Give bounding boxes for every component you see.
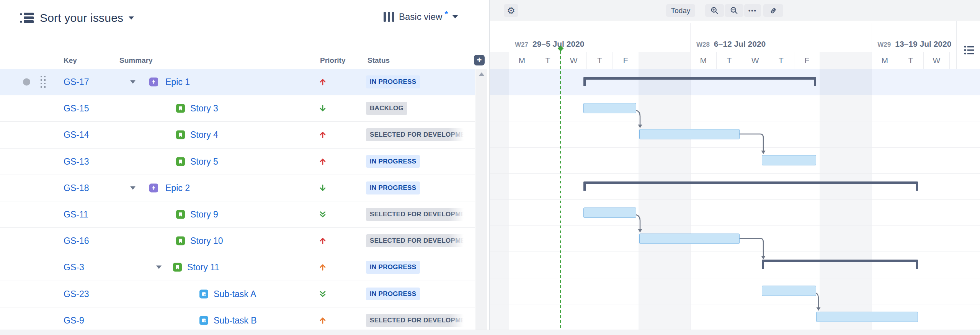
table-scrollbar[interactable] xyxy=(475,69,487,330)
issue-key-link[interactable]: GS-14 xyxy=(64,130,89,140)
issue-summary-link[interactable]: Epic 1 xyxy=(165,77,190,87)
priority-high-icon xyxy=(318,237,327,245)
row-separator xyxy=(490,304,980,304)
gantt-bar[interactable] xyxy=(762,286,816,296)
table-row[interactable]: GS-15Story 3 BACKLOG xyxy=(0,95,475,122)
issue-key-link[interactable]: GS-3 xyxy=(64,262,84,273)
issue-key-link[interactable]: GS-18 xyxy=(64,183,89,193)
status-cell[interactable]: IN PROGRESS xyxy=(366,155,466,168)
table-title-dropdown[interactable]: Sort your issues xyxy=(19,7,134,29)
roadmap-app: Sort your issues Basic view * Key Summar… xyxy=(0,0,980,335)
issues-table-panel: Sort your issues Basic view * Key Summar… xyxy=(0,0,475,330)
column-header-key[interactable]: Key xyxy=(64,56,77,65)
view-switcher-dropdown[interactable]: Basic view * xyxy=(384,11,458,22)
issue-key-link[interactable]: GS-17 xyxy=(64,77,89,87)
today-marker-diamond xyxy=(557,46,564,52)
gantt-bar[interactable] xyxy=(639,234,740,244)
drag-handle-icon[interactable] xyxy=(41,76,46,88)
row-separator xyxy=(490,173,980,174)
issue-summary-link[interactable]: Story 11 xyxy=(187,262,219,273)
gantt-chart-area xyxy=(490,0,980,330)
table-row[interactable]: GS-14Story 4 SELECTED FOR DEVELOPMENT xyxy=(0,122,475,148)
row-separator xyxy=(490,95,980,95)
issue-summary-link[interactable]: Story 9 xyxy=(190,209,218,220)
panel-divider[interactable] xyxy=(489,0,490,335)
priority-medium-icon xyxy=(318,263,327,271)
status-cell[interactable]: SELECTED FOR DEVELOPMENT xyxy=(366,208,466,221)
row-separator xyxy=(490,147,980,148)
subtask-type-icon xyxy=(199,289,208,298)
priority-medium-icon xyxy=(318,316,327,325)
gantt-bar[interactable] xyxy=(816,312,918,322)
issue-key-link[interactable]: GS-11 xyxy=(64,209,88,220)
issue-key-link[interactable]: GS-15 xyxy=(64,103,89,114)
issue-key-link[interactable]: GS-16 xyxy=(64,236,89,246)
status-badge: IN PROGRESS xyxy=(366,155,420,168)
status-cell[interactable]: SELECTED FOR DEVELOPMENT xyxy=(366,234,466,247)
status-cell[interactable]: SELECTED FOR DEVELOPMENT xyxy=(366,314,466,327)
chevron-down-icon xyxy=(452,15,458,18)
issues-table-body: GS-17Epic 1 IN PROGRESS GS-15Story 3 BAC… xyxy=(0,69,475,334)
table-row[interactable]: GS-11Story 9 SELECTED FOR DEVELOPMENT xyxy=(0,201,475,228)
collapse-expander-icon[interactable] xyxy=(156,266,162,269)
unsaved-changes-indicator: * xyxy=(444,9,448,19)
column-header-priority[interactable]: Priority xyxy=(320,56,346,65)
collapse-expander-icon[interactable] xyxy=(130,80,136,84)
dependency-connectors xyxy=(490,0,980,335)
status-cell[interactable]: IN PROGRESS xyxy=(366,261,466,274)
table-row[interactable]: GS-16Story 10 SELECTED FOR DEVELOPMENT xyxy=(0,228,475,254)
status-cell[interactable]: SELECTED FOR DEVELOPMENT xyxy=(366,128,466,141)
issue-summary-link[interactable]: Sub-task B xyxy=(214,315,257,325)
gantt-epic-bracket[interactable] xyxy=(583,77,816,86)
issue-key-link[interactable]: GS-13 xyxy=(64,156,89,167)
issue-summary-link[interactable]: Epic 2 xyxy=(165,183,190,193)
gantt-epic-bracket[interactable] xyxy=(583,181,918,191)
table-row[interactable]: GS-3Story 11 IN PROGRESS xyxy=(0,254,475,281)
gantt-bar[interactable] xyxy=(583,208,636,218)
table-row[interactable]: GS-13Story 5 IN PROGRESS xyxy=(0,149,475,175)
issue-summary-link[interactable]: Story 3 xyxy=(190,103,218,114)
table-column-headers: Key Summary Priority Status + xyxy=(0,52,475,69)
status-badge: IN PROGRESS xyxy=(366,261,420,274)
row-separator xyxy=(490,121,980,121)
gantt-bar[interactable] xyxy=(583,103,636,113)
priority-lowest-icon xyxy=(318,290,327,298)
epic-type-icon xyxy=(149,78,158,87)
issue-key-link[interactable]: GS-23 xyxy=(64,289,89,299)
gantt-bar[interactable] xyxy=(639,129,740,139)
status-cell[interactable]: IN PROGRESS xyxy=(366,181,466,194)
issue-summary-link[interactable]: Story 10 xyxy=(190,236,223,246)
issue-key-link[interactable]: GS-9 xyxy=(64,315,84,325)
columns-icon xyxy=(384,12,394,22)
issue-summary-link[interactable]: Story 4 xyxy=(190,130,218,140)
priority-lowest-icon xyxy=(318,210,327,219)
priority-low-icon xyxy=(318,184,327,192)
status-cell[interactable]: IN PROGRESS xyxy=(366,75,466,88)
column-header-status[interactable]: Status xyxy=(368,56,390,65)
table-row[interactable]: GS-17Epic 1 IN PROGRESS xyxy=(0,69,475,95)
view-name: Basic view xyxy=(399,11,442,22)
priority-high-icon xyxy=(318,157,327,166)
table-row[interactable]: GS-18Epic 2 IN PROGRESS xyxy=(0,175,475,201)
status-truncation-fade xyxy=(449,128,466,141)
list-bullets-icon[interactable] xyxy=(963,44,976,57)
status-cell[interactable]: BACKLOG xyxy=(366,102,466,115)
row-selection-dot xyxy=(23,78,30,86)
bottom-scroll-strip[interactable] xyxy=(0,330,980,335)
issue-summary-link[interactable]: Sub-task A xyxy=(214,289,256,299)
scroll-up-arrow-icon[interactable] xyxy=(479,72,484,76)
collapse-expander-icon[interactable] xyxy=(130,186,136,190)
status-badge: IN PROGRESS xyxy=(366,288,420,301)
status-truncation-fade xyxy=(449,314,466,327)
table-row[interactable]: GS-23Sub-task A IN PROGRESS xyxy=(0,281,475,307)
story-type-icon xyxy=(173,263,182,272)
status-cell[interactable]: IN PROGRESS xyxy=(366,288,466,301)
column-header-summary[interactable]: Summary xyxy=(119,56,153,65)
issue-summary-link[interactable]: Story 5 xyxy=(190,156,218,167)
gantt-epic-bracket[interactable] xyxy=(762,260,918,269)
chevron-down-icon xyxy=(129,16,134,20)
status-badge: IN PROGRESS xyxy=(366,75,420,88)
gantt-bar[interactable] xyxy=(762,155,816,165)
status-truncation-fade xyxy=(449,208,466,221)
add-column-button[interactable]: + xyxy=(474,55,485,65)
